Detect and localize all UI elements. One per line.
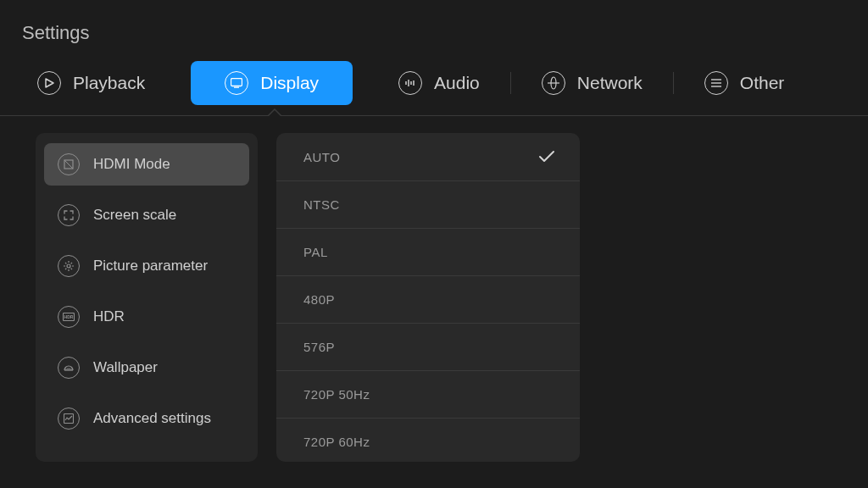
sidebar-item-picture-parameter[interactable]: Picture parameter xyxy=(44,245,249,287)
tab-label: Other xyxy=(740,73,785,93)
wallpaper-icon xyxy=(58,357,80,379)
hdr-icon: HDR xyxy=(58,306,80,328)
option-576p[interactable]: 576P xyxy=(276,323,580,370)
sidebar-item-hdmi-mode[interactable]: HDMI Mode xyxy=(44,143,249,186)
sidebar-item-label: Advanced settings xyxy=(93,410,211,427)
tab-network[interactable]: Network xyxy=(511,61,673,105)
hdmi-mode-options: AUTO NTSC PAL 480P 576P 720P 50Hz 720P 6… xyxy=(276,133,580,462)
play-icon xyxy=(37,71,61,95)
svg-text:HDR: HDR xyxy=(64,314,74,319)
tab-label: Playback xyxy=(73,73,145,93)
option-ntsc[interactable]: NTSC xyxy=(276,180,580,228)
svg-rect-0 xyxy=(231,79,242,86)
sidebar-item-label: HDMI Mode xyxy=(93,156,170,173)
content-row: HDMI Mode Screen scale Picture parameter… xyxy=(0,116,868,462)
tab-display[interactable]: Display xyxy=(191,61,353,105)
tabs-underline xyxy=(0,115,868,116)
sidebar-item-wallpaper[interactable]: Wallpaper xyxy=(44,347,249,389)
tabs-bar: Playback Display Audio Network Other xyxy=(0,61,868,105)
active-tab-pointer-icon xyxy=(267,108,282,116)
menu-icon xyxy=(704,71,728,95)
svg-line-12 xyxy=(64,160,73,169)
hdmi-icon xyxy=(58,153,80,175)
tab-label: Network xyxy=(577,73,643,93)
expand-icon xyxy=(58,204,80,226)
tab-other[interactable]: Other xyxy=(674,61,815,105)
option-auto[interactable]: AUTO xyxy=(276,133,580,180)
sidebar-item-advanced-settings[interactable]: Advanced settings xyxy=(44,397,249,440)
option-480p[interactable]: 480P xyxy=(276,275,580,323)
option-720p-60hz[interactable]: 720P 60Hz xyxy=(276,418,580,462)
tab-label: Audio xyxy=(434,73,480,93)
option-label: PAL xyxy=(303,245,328,259)
sidebar-item-label: Wallpaper xyxy=(93,359,158,376)
sidebar-item-label: HDR xyxy=(93,308,125,325)
option-label: 480P xyxy=(303,292,335,307)
display-sidebar: HDMI Mode Screen scale Picture parameter… xyxy=(36,133,258,462)
tab-label: Display xyxy=(260,73,319,93)
option-pal[interactable]: PAL xyxy=(276,228,580,275)
svg-rect-21 xyxy=(64,414,74,424)
sidebar-item-screen-scale[interactable]: Screen scale xyxy=(44,194,249,236)
option-label: AUTO xyxy=(303,150,340,164)
option-label: NTSC xyxy=(303,197,340,212)
check-icon xyxy=(537,147,556,166)
sidebar-item-label: Picture parameter xyxy=(93,258,208,274)
option-label: 720P 50Hz xyxy=(303,387,370,402)
sidebar-item-hdr[interactable]: HDR HDR xyxy=(44,296,249,338)
audio-icon xyxy=(398,71,422,95)
picture-param-icon xyxy=(58,255,80,277)
tab-audio[interactable]: Audio xyxy=(368,61,510,105)
svg-point-13 xyxy=(67,264,70,268)
sidebar-item-label: Screen scale xyxy=(93,207,176,224)
option-label: 576P xyxy=(303,340,335,354)
tab-playback[interactable]: Playback xyxy=(0,61,175,105)
option-label: 720P 60Hz xyxy=(303,435,370,449)
globe-icon xyxy=(542,71,565,95)
option-720p-50hz[interactable]: 720P 50Hz xyxy=(276,370,580,418)
advanced-icon xyxy=(58,408,80,430)
display-icon xyxy=(225,71,248,95)
page-title: Settings xyxy=(0,0,868,61)
